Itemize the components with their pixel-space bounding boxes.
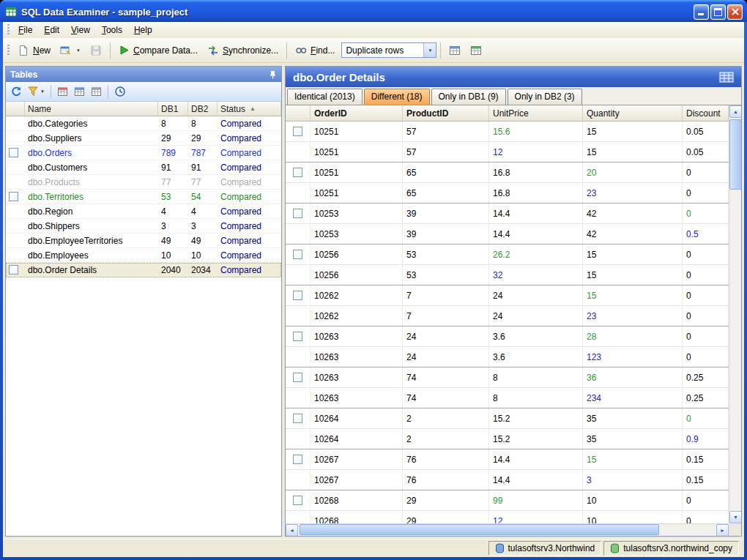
table-row[interactable]: dbo.Suppliers2929Compared: [6, 131, 281, 146]
compare-tables-button[interactable]: [55, 83, 70, 100]
synchronize-button[interactable]: Synchronize...: [203, 41, 283, 60]
detail-row[interactable]: 102533914.4420: [286, 204, 729, 224]
toolbar-grip[interactable]: [7, 45, 10, 56]
table-row[interactable]: dbo.Orders789787Compared: [6, 146, 281, 160]
row-checkbox[interactable]: [293, 168, 302, 177]
horizontal-scrollbar[interactable]: ◄ ►: [286, 523, 729, 536]
table-row[interactable]: dbo.Territories5354Compared: [6, 190, 281, 204]
detail-row[interactable]: 102637482340.25: [286, 388, 729, 408]
scroll-left-icon[interactable]: ◄: [286, 524, 298, 537]
menu-tools[interactable]: Tools: [96, 23, 128, 37]
column-header-productid[interactable]: ProductID: [403, 105, 489, 121]
row-checkbox[interactable]: [9, 148, 18, 157]
detail-row[interactable]: 102682912100: [286, 511, 729, 523]
detail-row[interactable]: 102516516.8230: [286, 183, 729, 204]
close-button[interactable]: [727, 4, 743, 20]
row-checkbox[interactable]: [9, 265, 18, 275]
row-checkbox[interactable]: [293, 250, 302, 259]
scroll-up-icon[interactable]: ▲: [729, 105, 742, 118]
menubar-grip[interactable]: [7, 24, 10, 36]
detail-row[interactable]: 102677614.4150.15: [286, 449, 729, 470]
filter-dropdown-arrow-icon[interactable]: ▼: [40, 89, 45, 94]
tab-different-18[interactable]: Different (18): [364, 89, 430, 105]
detail-row[interactable]: 102515712150.05: [286, 142, 729, 163]
column-header-unitprice[interactable]: UnitPrice: [489, 105, 583, 121]
detail-row[interactable]: 10262724230: [286, 306, 729, 326]
pin-icon[interactable]: [269, 70, 277, 79]
grid-icon[interactable]: [719, 72, 734, 83]
horizontal-scroll-thumb[interactable]: [300, 524, 659, 535]
menu-help[interactable]: Help: [128, 23, 158, 37]
table-row[interactable]: dbo.Customers9191Compared: [6, 160, 281, 175]
row-checkbox[interactable]: [293, 496, 302, 505]
minimize-button[interactable]: [694, 4, 709, 20]
detail-row[interactable]: 10263748360.25: [286, 367, 729, 388]
detail-row[interactable]: 10263243.61230: [286, 347, 729, 367]
detail-row[interactable]: 102533914.4420.5: [286, 224, 729, 244]
column-header-checkbox[interactable]: [6, 102, 25, 116]
open-dropdown-arrow-icon[interactable]: ▼: [76, 48, 81, 53]
column-header-quantity[interactable]: Quantity: [583, 105, 683, 121]
table-row[interactable]: dbo.EmployeeTerritories4949Compared: [6, 234, 281, 248]
row-checkbox[interactable]: [293, 127, 302, 136]
detail-row[interactable]: 10262724150: [286, 285, 729, 306]
menu-view[interactable]: View: [65, 23, 96, 37]
combobox-dropdown-icon[interactable]: ▼: [423, 43, 436, 57]
row-checkbox[interactable]: [293, 414, 302, 423]
table-row[interactable]: dbo.Order Details20402034Compared: [6, 263, 281, 277]
menu-edit[interactable]: Edit: [38, 23, 65, 37]
detail-row[interactable]: 102677614.430.15: [286, 470, 729, 490]
row-checkbox[interactable]: [293, 455, 302, 464]
tab-identical-2013[interactable]: Identical (2013): [287, 89, 363, 105]
column-header-status[interactable]: Status ▲: [218, 102, 281, 116]
row-checkbox[interactable]: [293, 373, 302, 382]
column-header-discount[interactable]: Discount: [683, 105, 729, 121]
title-bar[interactable]: SQL Data Examiner - sample_project: [0, 0, 747, 22]
detail-row[interactable]: 102682999100: [286, 490, 729, 511]
table-row[interactable]: dbo.Shippers33Compared: [6, 219, 281, 234]
row-checkbox[interactable]: [293, 209, 302, 218]
tab-only-in-db2-3[interactable]: Only in DB2 (3): [508, 89, 582, 105]
table-row[interactable]: dbo.Products7777Compared: [6, 175, 281, 190]
detail-row[interactable]: 102516516.8200: [286, 163, 729, 183]
compare-data-button[interactable]: Compare Data...: [114, 41, 202, 59]
vertical-scrollbar[interactable]: ▲ ▼: [729, 105, 741, 523]
detail-row[interactable]: 102565326.2150: [286, 244, 729, 265]
table-row[interactable]: dbo.Categories88Compared: [6, 116, 281, 131]
column-header-orderid[interactable]: OrderID: [311, 105, 403, 121]
history-button[interactable]: [112, 83, 128, 100]
column-header-db1[interactable]: DB1: [158, 102, 188, 116]
filter-button[interactable]: ▼: [26, 83, 47, 100]
scroll-down-icon[interactable]: ▼: [729, 511, 742, 523]
detail-row[interactable]: 10264215.2350.9: [286, 429, 729, 449]
maximize-button[interactable]: [710, 4, 726, 20]
menu-file[interactable]: File: [12, 23, 38, 37]
new-button[interactable]: New: [13, 41, 55, 60]
find-button[interactable]: Find...: [291, 42, 339, 59]
grid-view-button-2[interactable]: [466, 41, 486, 60]
open-project-button[interactable]: ▼: [56, 41, 85, 60]
vertical-scroll-thumb[interactable]: [729, 119, 742, 190]
detail-row[interactable]: 102515715.6150.05: [286, 122, 729, 142]
grid-view-button-1[interactable]: [445, 41, 465, 60]
report-button[interactable]: [89, 83, 104, 100]
row-checkbox[interactable]: [9, 192, 18, 201]
tab-only-in-db1-9[interactable]: Only in DB1 (9): [431, 89, 506, 105]
table-row[interactable]: dbo.Region44Compared: [6, 204, 281, 219]
refresh-button[interactable]: [8, 83, 24, 100]
scroll-right-icon[interactable]: ►: [716, 524, 729, 537]
column-header-db2[interactable]: DB2: [188, 102, 218, 116]
row-checkbox[interactable]: [293, 291, 302, 300]
column-header-checkbox[interactable]: [286, 105, 311, 121]
detail-row[interactable]: 10264215.2350: [286, 408, 729, 429]
detail-row[interactable]: 10263243.6280: [286, 326, 729, 347]
duplicate-rows-combobox[interactable]: Duplicate rows ▼: [341, 42, 436, 58]
table-row[interactable]: dbo.Employees1010Compared: [6, 248, 281, 263]
detail-row[interactable]: 102565332150: [286, 265, 729, 285]
sync-tables-button[interactable]: [72, 83, 87, 100]
cell-db2: 54: [188, 190, 218, 204]
vertical-scroll-track[interactable]: [729, 118, 741, 511]
horizontal-scroll-track[interactable]: [298, 524, 716, 536]
column-header-name[interactable]: Name: [25, 102, 158, 116]
row-checkbox[interactable]: [293, 332, 302, 341]
